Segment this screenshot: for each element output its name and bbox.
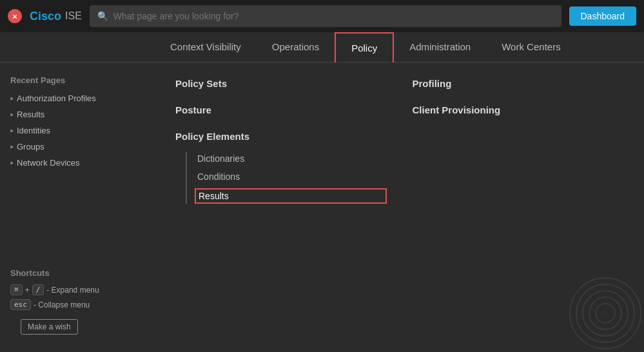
tab-context-visibility[interactable]: Context Visibility xyxy=(155,32,257,62)
shortcuts-section: Shortcuts ⌘ + / - Expand menu esc - Coll… xyxy=(0,262,155,341)
ise-logo: ISE xyxy=(65,10,82,22)
sidebar-item-network-devices[interactable]: Network Devices xyxy=(0,155,155,171)
collapse-menu-label: - Collapse menu xyxy=(34,300,90,309)
sidebar-top: Recent Pages Authorization Profiles Resu… xyxy=(0,73,155,171)
sidebar-item-results[interactable]: Results xyxy=(0,106,155,122)
tab-work-centers[interactable]: Work Centers xyxy=(486,32,576,62)
plus-sign: + xyxy=(25,286,30,295)
content-area: Policy Sets Posture Policy Elements Dict… xyxy=(155,63,644,351)
shortcuts-label: Shortcuts xyxy=(10,268,144,278)
key-esc: esc xyxy=(10,299,31,310)
profiling-label: Profiling xyxy=(413,78,624,89)
posture-label: Posture xyxy=(175,104,387,115)
recent-pages-label: Recent Pages xyxy=(0,73,155,90)
policy-elements-sub-items: Dictionaries Conditions Results xyxy=(186,152,387,204)
content-grid: Policy Sets Posture Policy Elements Dict… xyxy=(175,78,623,209)
key-cmd: ⌘ xyxy=(10,284,23,295)
sub-item-dictionaries[interactable]: Dictionaries xyxy=(195,152,387,165)
sidebar-item-authorization-profiles[interactable]: Authorization Profiles xyxy=(0,90,155,106)
sidebar: Recent Pages Authorization Profiles Resu… xyxy=(0,63,155,351)
close-icon: × xyxy=(12,12,17,21)
sub-item-conditions[interactable]: Conditions xyxy=(195,170,387,183)
content-col-left: Policy Sets Posture Policy Elements Dict… xyxy=(175,78,400,209)
search-icon: 🔍 xyxy=(97,11,108,21)
tab-policy[interactable]: Policy xyxy=(335,32,394,63)
policy-sets-label: Policy Sets xyxy=(175,78,387,89)
expand-menu-label: - Expand menu xyxy=(46,286,99,295)
logo: Cisco ISE xyxy=(30,10,82,23)
sidebar-item-groups[interactable]: Groups xyxy=(0,139,155,155)
shortcut-expand: ⌘ + / - Expand menu xyxy=(10,284,144,295)
sidebar-item-identities[interactable]: Identities xyxy=(0,122,155,139)
client-provisioning-label: Client Provisioning xyxy=(413,104,624,115)
make-wish-button[interactable]: Make a wish xyxy=(21,319,78,335)
cisco-logo: Cisco xyxy=(30,10,61,23)
top-bar: × Cisco ISE 🔍 Dashboard xyxy=(0,0,644,32)
dashboard-button[interactable]: Dashboard xyxy=(569,6,637,26)
shortcut-collapse: esc - Collapse menu xyxy=(10,299,144,310)
content-col-right: Profiling Client Provisioning xyxy=(400,78,624,209)
tab-administration[interactable]: Administration xyxy=(394,32,486,62)
search-input[interactable] xyxy=(113,11,554,21)
main-layout: Recent Pages Authorization Profiles Resu… xyxy=(0,63,644,351)
tab-operations[interactable]: Operations xyxy=(257,32,335,62)
policy-elements-label: Policy Elements xyxy=(175,131,387,142)
key-slash: / xyxy=(32,284,44,295)
close-button[interactable]: × xyxy=(8,9,22,23)
search-bar[interactable]: 🔍 xyxy=(90,5,561,27)
nav-tabs: Context Visibility Operations Policy Adm… xyxy=(0,32,644,63)
sub-item-results[interactable]: Results xyxy=(195,188,387,204)
